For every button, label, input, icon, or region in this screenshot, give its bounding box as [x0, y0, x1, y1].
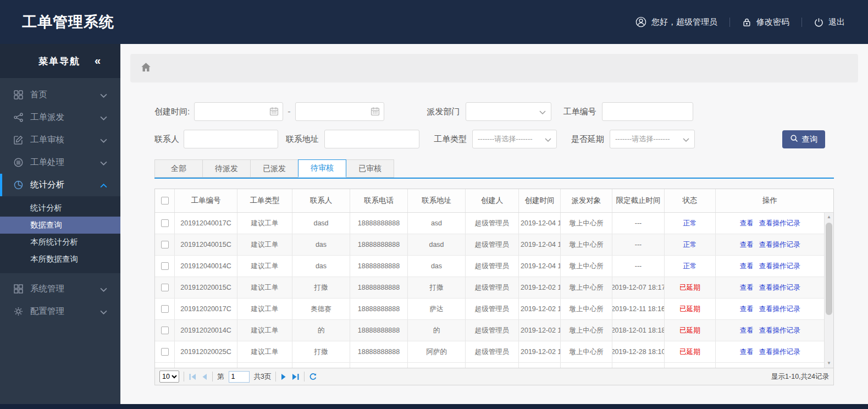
- scroll-up-icon[interactable]: ▲: [825, 213, 833, 221]
- view-log-link[interactable]: 查看操作记录: [759, 283, 800, 292]
- view-link[interactable]: 查看: [740, 305, 754, 314]
- refresh-button[interactable]: [309, 373, 317, 381]
- cell-creator: 超级管理员: [466, 341, 519, 362]
- cell-deadline: ---: [612, 213, 665, 234]
- chevron-down-icon: [545, 135, 551, 143]
- view-link[interactable]: 查看: [740, 262, 754, 271]
- cell-order-no: 201912040014C: [175, 256, 237, 277]
- row-checkbox[interactable]: [161, 241, 169, 248]
- table-scrollbar[interactable]: ▲ ▼: [824, 213, 833, 368]
- sidebar-item-review[interactable]: 工单审核: [0, 129, 120, 151]
- home-icon[interactable]: [140, 62, 152, 75]
- order-type-select[interactable]: -------请选择-------: [472, 130, 557, 148]
- select-all-checkbox[interactable]: [161, 197, 169, 204]
- sidebar-item-statistics[interactable]: 统计分析: [0, 174, 120, 196]
- sidebar-subitem-office-data-query[interactable]: 本所数据查询: [0, 251, 120, 268]
- dispatch-dept-select[interactable]: [466, 102, 551, 121]
- cell-address: 阿萨的: [408, 341, 466, 362]
- cell-created: 2019-12-04 15: [519, 213, 561, 234]
- sidebar-title: 菜单导航: [38, 55, 80, 68]
- divider: [184, 372, 184, 382]
- sidebar-item-config[interactable]: 配置管理: [0, 300, 120, 323]
- col-phone: 联系电话: [350, 189, 408, 212]
- total-pages: 共3页: [254, 372, 272, 382]
- tab-dispatched[interactable]: 已派发: [250, 159, 298, 178]
- sidebar-subitem-office-statistics[interactable]: 本所统计分析: [0, 234, 120, 251]
- view-log-link[interactable]: 查看操作记录: [759, 240, 800, 250]
- order-no-label: 工单编号: [563, 107, 596, 117]
- status-badge: 正常: [683, 219, 697, 228]
- tab-reviewed[interactable]: 已审核: [346, 159, 394, 178]
- search-button[interactable]: 查询: [782, 130, 825, 148]
- row-checkbox[interactable]: [161, 262, 169, 270]
- view-log-link[interactable]: 查看操作记录: [759, 305, 800, 314]
- contact-label: 联系人: [154, 134, 179, 145]
- table-row: 201912040017C 建议工单 dasd 18888888888 asd …: [155, 213, 833, 234]
- view-link[interactable]: 查看: [740, 347, 754, 357]
- row-checkbox[interactable]: [161, 305, 169, 313]
- view-log-link[interactable]: 查看操作记录: [759, 219, 800, 228]
- cell-contact: 打撒: [292, 277, 350, 298]
- col-order-no: 工单编号: [175, 189, 237, 212]
- status-tabs: 全部 待派发 已派发 待审核 已审核: [154, 159, 834, 179]
- row-checkbox[interactable]: [161, 327, 169, 334]
- cell-order-no: 201912040015C: [175, 234, 237, 255]
- chevron-down-icon: [683, 135, 689, 143]
- row-checkbox[interactable]: [161, 284, 169, 291]
- view-link[interactable]: 查看: [740, 219, 754, 228]
- table-header: 工单编号 工单类型 联系人 联系电话 联系地址 创建人 创建时间 派发对象 限定…: [155, 189, 833, 213]
- sidebar-subitem-data-query[interactable]: 数据查询: [0, 217, 120, 234]
- calendar-icon[interactable]: [269, 107, 279, 118]
- sidebar-item-dispatch[interactable]: 工单派发: [0, 106, 120, 129]
- cell-deadline: 2019-12-11 18:16: [612, 299, 665, 319]
- address-input[interactable]: [324, 130, 419, 148]
- chevron-up-icon: [100, 180, 107, 190]
- col-actions: 操作: [716, 189, 824, 212]
- col-created: 创建时间: [519, 189, 561, 212]
- table-row-partial: [155, 363, 833, 368]
- tab-all[interactable]: 全部: [154, 159, 203, 178]
- grid-icon: [14, 284, 23, 294]
- page-number-input[interactable]: [229, 371, 250, 383]
- cell-address: asd: [408, 213, 466, 234]
- last-page-button[interactable]: [291, 373, 300, 380]
- cell-contact: 奥德赛: [292, 299, 350, 319]
- cell-address: 打撒: [408, 277, 466, 298]
- cell-phone: 18888888888: [350, 234, 408, 255]
- delay-select[interactable]: -------请选择-------: [610, 130, 695, 148]
- scrollbar-thumb[interactable]: [826, 223, 832, 315]
- footer-bar: [0, 404, 868, 409]
- divider: [275, 372, 276, 382]
- first-page-button[interactable]: [189, 373, 197, 380]
- view-log-link[interactable]: 查看操作记录: [759, 262, 800, 271]
- tab-pending-review[interactable]: 待审核: [298, 159, 346, 178]
- table-row: 201912020025C 建议工单 打撒 18888888888 阿萨的 超级…: [155, 341, 833, 363]
- cell-created: 2019-12-02 17: [519, 341, 561, 362]
- cell-type: 建议工单: [237, 256, 292, 277]
- view-log-link[interactable]: 查看操作记录: [759, 326, 800, 335]
- change-password-button[interactable]: 修改密码: [742, 17, 789, 27]
- sidebar-item-home[interactable]: 首页: [0, 84, 120, 106]
- row-checkbox[interactable]: [161, 219, 169, 227]
- sidebar-collapse-icon[interactable]: «: [95, 55, 101, 68]
- calendar-icon[interactable]: [371, 107, 380, 118]
- app-title: 工单管理系统: [22, 12, 114, 32]
- view-link[interactable]: 查看: [740, 326, 754, 335]
- prev-page-button[interactable]: [201, 373, 208, 380]
- sidebar-item-process[interactable]: 工单处理: [0, 151, 120, 174]
- view-log-link[interactable]: 查看操作记录: [759, 347, 800, 357]
- contact-input[interactable]: [184, 130, 278, 148]
- order-no-input[interactable]: [602, 102, 693, 121]
- page-size-select[interactable]: 10: [159, 371, 179, 383]
- view-link[interactable]: 查看: [740, 240, 754, 250]
- sidebar-subitem-statistical-analysis[interactable]: 统计分析: [0, 200, 120, 217]
- view-link[interactable]: 查看: [740, 283, 754, 292]
- scroll-down-icon[interactable]: ▼: [825, 360, 833, 367]
- user-greeting[interactable]: 您好，超级管理员: [635, 16, 717, 27]
- row-checkbox[interactable]: [161, 348, 169, 356]
- tab-to-dispatch[interactable]: 待派发: [202, 159, 251, 178]
- sidebar-item-system[interactable]: 系统管理: [0, 278, 120, 300]
- next-page-button[interactable]: [280, 373, 287, 380]
- logout-button[interactable]: 退出: [814, 17, 845, 27]
- chevron-down-icon: [539, 107, 546, 116]
